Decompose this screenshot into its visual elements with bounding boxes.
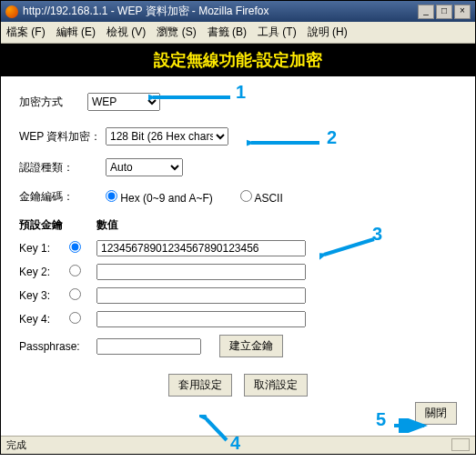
titlebar: http://192.168.1.1 - WEP 資料加密 - Mozilla … — [1, 1, 475, 22]
key2-label: Key 2: — [19, 266, 69, 278]
key2-radio[interactable] — [69, 265, 81, 276]
hex-radio[interactable] — [106, 190, 117, 202]
annotation-3: 3 — [372, 224, 382, 245]
annotation-5: 5 — [376, 409, 386, 430]
close-button[interactable]: 關閉 — [415, 402, 457, 425]
status-box — [451, 438, 470, 451]
menu-edit[interactable]: 編輯 (E) — [56, 25, 96, 40]
window-title: http://192.168.1.1 - WEP 資料加密 - Mozilla … — [23, 4, 269, 19]
value-header: 數值 — [96, 217, 118, 233]
key1-label: Key 1: — [19, 242, 69, 255]
firefox-icon — [5, 5, 18, 18]
wep-enc-label: WEP 資料加密： — [19, 129, 106, 145]
auth-type-label: 認證種類： — [19, 160, 106, 176]
key3-input[interactable] — [96, 287, 306, 304]
menu-bookmarks[interactable]: 書籤 (B) — [208, 25, 247, 40]
annotation-1: 1 — [236, 82, 246, 103]
key4-label: Key 4: — [19, 313, 69, 326]
ascii-radio[interactable] — [240, 190, 252, 202]
page-content: 設定無線功能-設定加密 加密方式 WEP WEP 資料加密： 128 Bit (… — [1, 44, 475, 436]
enc-method-label: 加密方式 — [19, 95, 87, 110]
menu-tools[interactable]: 工具 (T) — [258, 25, 297, 40]
page-title: 設定無線功能-設定加密 — [1, 44, 475, 76]
menu-view[interactable]: 檢視 (V) — [106, 25, 146, 40]
key1-input[interactable] — [96, 240, 306, 256]
menubar: 檔案 (F) 編輯 (E) 檢視 (V) 瀏覽 (S) 書籤 (B) 工具 (T… — [1, 22, 475, 44]
key3-radio[interactable] — [69, 288, 81, 300]
passphrase-label: Passphrase: — [19, 340, 96, 353]
key4-input[interactable] — [96, 311, 306, 327]
auth-type-select[interactable]: Auto — [106, 158, 183, 176]
browser-window: http://192.168.1.1 - WEP 資料加密 - Mozilla … — [0, 0, 476, 455]
annotation-2: 2 — [327, 127, 337, 148]
enc-method-select[interactable]: WEP — [87, 93, 160, 111]
key3-label: Key 3: — [19, 289, 69, 302]
ascii-radio-label[interactable]: ASCII — [240, 190, 283, 205]
key1-radio[interactable] — [69, 241, 81, 253]
key-format-label: 金鑰編碼： — [19, 189, 106, 205]
close-window-button[interactable]: × — [454, 5, 471, 19]
default-key-header: 預設金鑰 — [19, 217, 69, 233]
apply-button[interactable]: 套用設定 — [168, 374, 232, 397]
maximize-button[interactable]: □ — [436, 5, 452, 19]
wep-enc-select[interactable]: 128 Bit (26 Hex chars) — [106, 127, 228, 146]
menu-history[interactable]: 瀏覽 (S) — [157, 25, 196, 40]
menu-file[interactable]: 檔案 (F) — [6, 25, 46, 40]
hex-radio-label[interactable]: Hex (0~9 and A~F) — [106, 190, 213, 205]
minimize-button[interactable]: _ — [418, 5, 434, 19]
cancel-button[interactable]: 取消設定 — [244, 374, 308, 397]
gen-key-button[interactable]: 建立金鑰 — [219, 335, 283, 357]
key2-input[interactable] — [96, 264, 306, 280]
status-text: 完成 — [6, 438, 26, 452]
menu-help[interactable]: 說明 (H) — [308, 25, 348, 40]
passphrase-input[interactable] — [96, 338, 201, 355]
annotation-4: 4 — [230, 433, 240, 454]
key4-radio[interactable] — [69, 312, 81, 324]
